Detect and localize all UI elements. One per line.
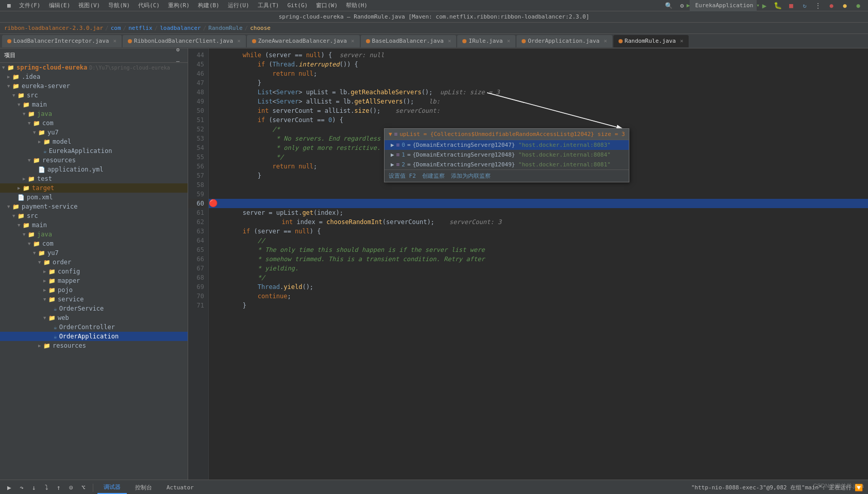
tab-zone-aware[interactable]: ZoneAwareLoadBalancer.java × xyxy=(247,35,360,47)
tree-resources-2[interactable]: ▶ 📁 resources xyxy=(0,341,188,350)
tree-eureka-server[interactable]: ▼ 📁 eureka-server xyxy=(0,81,188,91)
tab-loadbalancer-interceptor[interactable]: LoadBalancerInterceptor.java × xyxy=(2,35,122,47)
folder-icon-mapper: 📁 xyxy=(48,278,56,284)
tab-close-6[interactable]: × xyxy=(680,38,683,44)
run-button[interactable]: ▶ xyxy=(759,0,770,11)
menu-tools[interactable]: 工具(T) xyxy=(255,1,282,10)
debug-step-out-btn[interactable]: ↑ xyxy=(54,483,64,493)
tab-actuator[interactable]: Actuator xyxy=(160,482,200,493)
popup-set-value-link[interactable]: 设置值 F2 xyxy=(389,172,416,180)
tree-yu7-2[interactable]: ▼ 📁 yu7 xyxy=(0,248,188,258)
tree-target[interactable]: ▶ 📁 target xyxy=(0,183,188,193)
code-body[interactable]: while (server == null) { server: null if… xyxy=(209,48,868,480)
tree-config[interactable]: ▶ 📁 config xyxy=(0,267,188,276)
tab-close-0[interactable]: × xyxy=(113,38,116,44)
menu-edit[interactable]: 编辑(E) xyxy=(46,1,74,10)
code-content: 44 45 46 47 48 49 50 51 52 53 54 55 56 5… xyxy=(188,48,868,480)
tree-main-1[interactable]: ▼ 📁 main xyxy=(0,100,188,109)
tab-random-rule[interactable]: RandomRule.java × xyxy=(613,35,689,47)
settings-icon[interactable]: ⚙ xyxy=(676,0,688,11)
code-line-48: List<Server> upList = lb.getReachableSer… xyxy=(209,88,868,97)
tab-order-application[interactable]: OrderApplication.java × xyxy=(516,35,612,47)
tree-arrow-src2: ▼ xyxy=(12,213,18,218)
tree-yu7-1[interactable]: ▼ 📁 yu7 xyxy=(0,128,188,137)
popup-expand-arrow[interactable]: ▼ xyxy=(389,131,392,138)
menu-run[interactable]: 运行(U) xyxy=(225,1,253,10)
tab-irule[interactable]: IRule.java × xyxy=(457,35,515,47)
tree-resources-1[interactable]: ▼ 📁 resources xyxy=(0,156,188,165)
tree-web[interactable]: ▼ 📁 web xyxy=(0,313,188,322)
tab-console[interactable]: 控制台 xyxy=(129,482,158,493)
menu-git[interactable]: Git(G) xyxy=(285,1,311,10)
search-icon[interactable]: 🔍 xyxy=(663,0,674,11)
popup-create-watch-link[interactable]: 创建监察 xyxy=(422,172,445,180)
tab-close-3[interactable]: × xyxy=(448,38,452,44)
tree-order-controller[interactable]: ☕ OrderController xyxy=(0,322,188,332)
tab-base-loadbalancer[interactable]: BaseLoadBalancer.java × xyxy=(361,35,457,47)
tree-pom-1[interactable]: 📄 pom.xml xyxy=(0,193,188,202)
breadcrumb-loadbalancer[interactable]: loadbalancer xyxy=(160,25,201,31)
tree-pojo[interactable]: ▶ 📁 pojo xyxy=(0,285,188,295)
tab-close-2[interactable]: × xyxy=(351,38,355,44)
breadcrumb-choose[interactable]: choose xyxy=(250,25,271,31)
menu-window[interactable]: 窗口(W) xyxy=(313,1,341,10)
debug-popup-item-0[interactable]: ▶ ≡ 0 = {DomainExtractingServer@12047} "… xyxy=(385,140,629,150)
tree-root[interactable]: ▼ 📁 spring-cloud-eureka D:\Yu7\spring-cl… xyxy=(0,63,188,72)
debug-popup-item-2[interactable]: ▶ ≡ 2 = {DomainExtractingServer@12049} "… xyxy=(385,160,629,169)
tree-java-1[interactable]: ▼ 📁 java xyxy=(0,109,188,118)
tree-arrow-test1: ▶ xyxy=(23,176,28,181)
tree-app-yml[interactable]: 📄 application.yml xyxy=(0,165,188,174)
popup-add-inline-watch-link[interactable]: 添加为内联监察 xyxy=(451,172,491,180)
popup-item-eq-sign-2: = xyxy=(407,161,411,168)
menu-refactor[interactable]: 重构(R) xyxy=(165,1,193,10)
menu-build[interactable]: 构建(B) xyxy=(195,1,223,10)
more-run-button[interactable]: ⋮ xyxy=(812,0,824,11)
debug-evaluate-btn[interactable]: ⌥ xyxy=(78,483,89,493)
menu-file[interactable]: 文件(F) xyxy=(16,1,44,10)
debug-popup-footer: 设置值 F2 创建监察 添加为内联监察 xyxy=(385,169,629,182)
update-button[interactable]: ↻ xyxy=(799,0,810,11)
tree-com-1[interactable]: ▼ 📁 com xyxy=(0,118,188,128)
tab-close-4[interactable]: × xyxy=(507,38,511,44)
debug-step-into-btn[interactable]: ↓ xyxy=(29,483,39,493)
tree-src-2[interactable]: ▼ 📁 src xyxy=(0,211,188,220)
menu-view[interactable]: 视图(V) xyxy=(75,1,103,10)
tree-payment-service[interactable]: ▼ 📁 payment-service xyxy=(0,202,188,211)
tree-arrow-src1: ▼ xyxy=(12,93,18,98)
debug-resume-btn[interactable]: ▶ xyxy=(4,483,14,493)
breadcrumb-netflix[interactable]: netflix xyxy=(128,25,152,31)
menu-nav[interactable]: 导航(N) xyxy=(105,1,133,10)
tree-label-root: spring-cloud-eureka xyxy=(16,64,87,71)
tree-order-service[interactable]: ☕ OrderService xyxy=(0,304,188,313)
tree-model[interactable]: ▶ 📁 model xyxy=(0,137,188,146)
tree-order[interactable]: ▼ 📁 order xyxy=(0,258,188,267)
debug-force-step-into-btn[interactable]: ⤵ xyxy=(41,483,52,493)
debug-button[interactable]: 🐛 xyxy=(772,0,783,11)
tree-main-2[interactable]: ▼ 📁 main xyxy=(0,220,188,230)
tree-java-2[interactable]: ▼ 📁 java xyxy=(0,230,188,239)
tree-com-2[interactable]: ▼ 📁 com xyxy=(0,239,188,248)
tab-ribbon-loadbalancer-client[interactable]: RibbonLoadBalancerClient.java × xyxy=(123,35,246,47)
tree-service[interactable]: ▼ 📁 service xyxy=(0,295,188,304)
tree-eureka-app[interactable]: ☕ EurekaApplication xyxy=(0,146,188,156)
stop-button[interactable]: ■ xyxy=(786,0,797,11)
tree-order-application[interactable]: ☕ OrderApplication xyxy=(0,332,188,341)
run-config-selector[interactable]: ▶ EurekaApplication ▾ xyxy=(690,0,757,11)
tab-close-1[interactable]: × xyxy=(237,38,241,44)
ln-65: 65 xyxy=(188,245,208,254)
menu-help[interactable]: 帮助(H) xyxy=(343,1,371,10)
tree-src-1[interactable]: ▼ 📁 src xyxy=(0,91,188,100)
debug-step-over-btn[interactable]: ↷ xyxy=(16,483,27,493)
debug-run-to-cursor-btn[interactable]: ⊙ xyxy=(66,483,76,493)
debug-popup-item-1[interactable]: ▶ ≡ 1 = {DomainExtractingServer@12048} "… xyxy=(385,150,629,160)
tab-close-5[interactable]: × xyxy=(604,38,607,44)
tab-debugger[interactable]: 调试器 xyxy=(97,481,127,494)
tree-test-1[interactable]: ▶ 📁 test xyxy=(0,174,188,183)
breadcrumb-randomrule[interactable]: RandomRule xyxy=(208,25,242,31)
sidebar-collapse-icon[interactable]: – xyxy=(172,56,183,67)
tree-mapper[interactable]: ▶ 📁 mapper xyxy=(0,276,188,285)
menu-code[interactable]: 代码(C) xyxy=(135,1,163,10)
breadcrumb-com[interactable]: com xyxy=(111,25,121,31)
sidebar-settings-icon[interactable]: ⚙ xyxy=(172,48,183,56)
tree-idea[interactable]: ▶ 📁 .idea xyxy=(0,72,188,81)
